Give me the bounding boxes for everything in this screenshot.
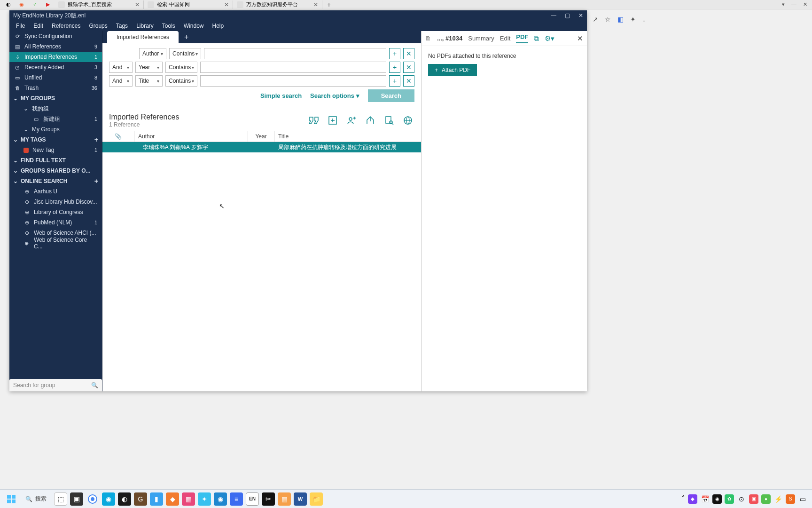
taskbar-app[interactable]: ◉ bbox=[214, 492, 227, 506]
sidebar-online-item[interactable]: ⊕ Web of Science Core C... bbox=[9, 238, 102, 248]
sidebar-recently-added[interactable]: ◷ Recently Added 3 bbox=[9, 62, 102, 72]
web-icon[interactable] bbox=[401, 114, 414, 127]
browser-menu-icon[interactable]: ▾ bbox=[782, 1, 785, 8]
column-title[interactable]: Title bbox=[274, 131, 421, 142]
taskbar-app[interactable]: ▦ bbox=[278, 492, 291, 506]
sidebar-new-group-cn[interactable]: ▭ 新建组 1 bbox=[9, 114, 102, 124]
operator-select[interactable]: Contains▾ bbox=[165, 62, 197, 73]
sidebar-online-item[interactable]: ⊕ Jisc Library Hub Discov... bbox=[9, 197, 102, 207]
taskbar-explorer[interactable]: 📁 bbox=[310, 492, 323, 506]
sidebar-online-item[interactable]: ⊕ Library of Congress bbox=[9, 207, 102, 217]
tab-pdf[interactable]: PDF bbox=[516, 33, 528, 43]
menu-help[interactable]: Help bbox=[212, 23, 224, 29]
sidebar-my-group-cn[interactable]: ⌄ 我的组 bbox=[9, 103, 102, 114]
new-tab-button[interactable]: + bbox=[322, 1, 336, 8]
browser-back-icon[interactable]: ◐ bbox=[5, 1, 12, 8]
taskbar-app[interactable]: ✦ bbox=[198, 492, 211, 506]
export-icon[interactable] bbox=[364, 114, 377, 127]
tray-icon[interactable]: 📅 bbox=[700, 494, 710, 504]
menu-references[interactable]: References bbox=[52, 23, 80, 29]
taskbar-app[interactable]: ▮ bbox=[150, 492, 163, 506]
search-value-input[interactable] bbox=[200, 75, 386, 87]
taskbar-word[interactable]: W bbox=[294, 492, 307, 506]
column-year[interactable]: Year bbox=[248, 131, 274, 142]
add-row-button[interactable]: + bbox=[389, 62, 400, 73]
tray-icon[interactable]: ◉ bbox=[712, 494, 722, 504]
add-icon[interactable]: + bbox=[94, 177, 98, 185]
close-panel-icon[interactable]: ✕ bbox=[577, 34, 583, 43]
browser-min-icon[interactable]: — bbox=[791, 1, 796, 8]
operator-select[interactable]: Contains▾ bbox=[169, 48, 201, 59]
taskbar-app[interactable]: ✂ bbox=[262, 492, 275, 506]
menu-library[interactable]: Library bbox=[136, 23, 154, 29]
sidebar-all-references[interactable]: ▤ All References 9 bbox=[9, 41, 102, 52]
browser-icon-2[interactable]: ✓ bbox=[31, 1, 39, 8]
cite-icon[interactable] bbox=[307, 114, 320, 127]
open-external-icon[interactable]: ⧉ bbox=[534, 34, 539, 43]
star-icon[interactable]: ☆ bbox=[605, 16, 611, 23]
menu-tools[interactable]: Tools bbox=[162, 23, 175, 29]
taskbar-app[interactable]: ⬚ bbox=[54, 492, 67, 506]
menu-file[interactable]: File bbox=[16, 23, 25, 29]
search-options-dropdown[interactable]: Search options ▾ bbox=[310, 92, 359, 99]
sidebar-group-find-full-text[interactable]: ⌄ FIND FULL TEXT bbox=[9, 155, 102, 166]
sidebar-group-shared[interactable]: ⌄ GROUPS SHARED BY O... bbox=[9, 166, 102, 176]
remove-row-button[interactable]: ✕ bbox=[403, 62, 414, 73]
remove-row-button[interactable]: ✕ bbox=[403, 48, 414, 59]
browser-tab[interactable]: 熊猫学术_百度搜索 ✕ bbox=[55, 0, 144, 9]
taskbar-app[interactable]: ▣ bbox=[70, 492, 83, 506]
taskbar-search[interactable]: 🔍 搜索 bbox=[21, 492, 51, 506]
search-value-input[interactable] bbox=[204, 48, 386, 59]
content-tab-imported[interactable]: Imported References bbox=[107, 31, 179, 43]
sidebar-sync[interactable]: ⟳ Sync Configuration bbox=[9, 31, 102, 41]
tab-edit[interactable]: Edit bbox=[500, 35, 510, 42]
sidebar-online-item[interactable]: ⊕ PubMed (NLM) 1 bbox=[9, 217, 102, 228]
field-select[interactable]: Year▾ bbox=[135, 62, 163, 73]
sidebar-search-input[interactable]: Search for group 🔍 bbox=[9, 379, 102, 391]
menu-groups[interactable]: Groups bbox=[89, 23, 107, 29]
tray-icon[interactable]: ▣ bbox=[749, 494, 758, 504]
tray-icon[interactable]: ▭ bbox=[798, 494, 807, 504]
tray-icon[interactable]: S bbox=[786, 494, 795, 504]
tray-chevron-icon[interactable]: ˄ bbox=[681, 494, 685, 503]
browser-tab[interactable]: 检索-中国知网 ✕ bbox=[144, 0, 233, 9]
search-button[interactable]: Search bbox=[368, 89, 414, 102]
field-select[interactable]: Author▾ bbox=[139, 48, 166, 59]
sidebar-new-tag[interactable]: New Tag 1 bbox=[9, 145, 102, 155]
share-user-icon[interactable] bbox=[345, 114, 358, 127]
menu-edit[interactable]: Edit bbox=[33, 23, 43, 29]
browser-icon-1[interactable]: ◉ bbox=[18, 1, 25, 8]
close-icon[interactable]: ✕ bbox=[578, 12, 583, 19]
remove-row-button[interactable]: ✕ bbox=[403, 75, 414, 87]
sidebar-imported-references[interactable]: ⇩ Imported References 1 bbox=[9, 52, 102, 62]
tray-icon[interactable]: ◆ bbox=[688, 494, 697, 504]
tray-icon[interactable]: ⊙ bbox=[737, 494, 746, 504]
add-icon[interactable]: + bbox=[94, 136, 98, 143]
simple-search-link[interactable]: Simple search bbox=[260, 92, 302, 99]
find-full-text-icon[interactable] bbox=[383, 114, 396, 127]
browser-icon-3[interactable]: ▶ bbox=[44, 1, 52, 8]
taskbar-chrome[interactable] bbox=[86, 492, 99, 506]
tray-icon[interactable]: ✿ bbox=[725, 494, 734, 504]
taskbar-app[interactable]: ≡ bbox=[230, 492, 243, 506]
search-value-input[interactable] bbox=[200, 62, 386, 73]
logic-select[interactable]: And▾ bbox=[109, 62, 133, 73]
sidebar-my-groups-item[interactable]: ⌄ My Groups bbox=[9, 124, 102, 135]
column-author[interactable]: Author bbox=[134, 131, 248, 142]
add-row-button[interactable]: + bbox=[389, 48, 400, 59]
close-icon[interactable]: ✕ bbox=[224, 1, 229, 8]
maximize-icon[interactable]: ▢ bbox=[565, 12, 570, 19]
browser-tab[interactable]: 万方数据知识服务平台 ✕ bbox=[233, 0, 322, 9]
extension-icon[interactable]: ◧ bbox=[617, 16, 624, 23]
field-select[interactable]: Title▾ bbox=[135, 75, 163, 87]
taskbar-app[interactable]: ◉ bbox=[102, 492, 115, 506]
logic-select[interactable]: And▾ bbox=[109, 75, 133, 87]
taskbar-app[interactable]: G bbox=[134, 492, 147, 506]
attach-pdf-button[interactable]: + Attach PDF bbox=[428, 64, 477, 76]
operator-select[interactable]: Contains▾ bbox=[165, 75, 197, 87]
add-row-button[interactable]: + bbox=[389, 75, 400, 87]
taskbar-endnote[interactable]: EN bbox=[246, 492, 259, 506]
tray-icon[interactable]: ● bbox=[761, 494, 771, 504]
download-icon[interactable]: ↓ bbox=[642, 16, 646, 23]
column-attachment[interactable]: 📎 bbox=[102, 131, 134, 142]
